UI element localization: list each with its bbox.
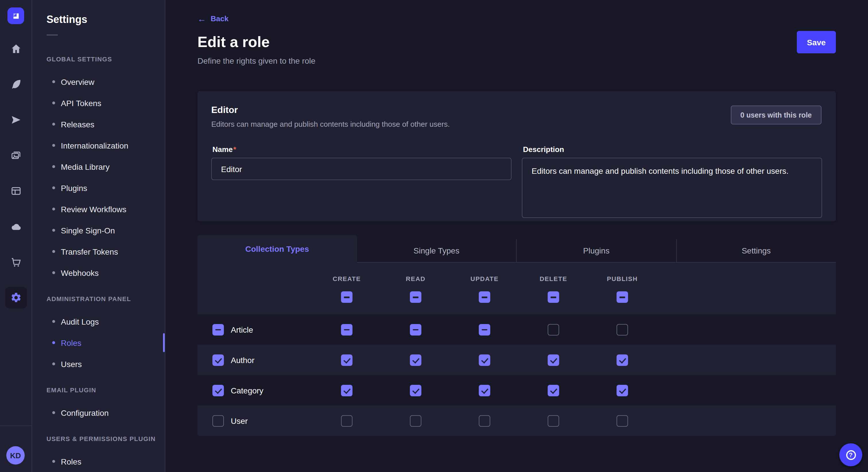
checkbox-unchecked[interactable]: [617, 324, 628, 335]
bullet-icon: [52, 123, 55, 126]
sidebar-item-label: Audit Logs: [61, 317, 99, 326]
bullet-icon: [52, 144, 55, 147]
description-textarea[interactable]: Editors can manage and publish contents …: [522, 158, 822, 218]
checkbox-checked[interactable]: [548, 354, 559, 366]
checkbox-checked[interactable]: [479, 384, 490, 396]
main-content: ← Back Edit a role Define the rights giv…: [165, 0, 868, 472]
tab-collection-types[interactable]: Collection Types: [197, 235, 357, 263]
back-link[interactable]: ← Back: [197, 14, 228, 23]
column-header-update: UPDATE: [450, 275, 519, 282]
required-asterisk: *: [234, 145, 236, 154]
layout-icon[interactable]: [5, 180, 27, 202]
users-with-role-badge[interactable]: 0 users with this role: [731, 105, 822, 125]
sidebar-item-review-workflows[interactable]: Review Workflows: [32, 198, 165, 220]
checkbox-indeterminate[interactable]: [548, 291, 559, 303]
sidebar-item-label: Roles: [61, 457, 82, 466]
sidebar-item-plugins[interactable]: Plugins: [32, 177, 165, 198]
bullet-icon: [52, 363, 55, 365]
checkbox-checked[interactable]: [548, 384, 559, 396]
sidebar-item-label: Roles: [61, 338, 82, 347]
checkbox-indeterminate[interactable]: [617, 291, 628, 303]
save-button[interactable]: Save: [797, 31, 836, 53]
checkbox-indeterminate[interactable]: [410, 324, 422, 335]
cloud-icon[interactable]: [5, 216, 27, 237]
row-label: Category: [231, 386, 264, 395]
sidebar-section-header-administration-panel: ADMINISTRATION PANEL: [46, 295, 165, 303]
sidebar-section-header-email-plugin: EMAIL PLUGIN: [46, 386, 165, 394]
sidebar-item-label: Internationalization: [61, 141, 128, 150]
checkbox-checked[interactable]: [212, 384, 224, 396]
role-details-card: Editor Editors can manage and publish co…: [197, 91, 836, 222]
checkbox-indeterminate[interactable]: [341, 324, 352, 335]
media-library-icon[interactable]: [5, 144, 27, 166]
sidebar-item-internationalization[interactable]: Internationalization: [32, 135, 165, 156]
checkbox-unchecked[interactable]: [212, 415, 224, 427]
checkbox-unchecked[interactable]: [548, 324, 559, 335]
checkbox-indeterminate[interactable]: [212, 324, 224, 335]
sidebar-item-overview[interactable]: Overview: [32, 71, 165, 92]
row-label: Article: [231, 325, 253, 334]
checkbox-indeterminate[interactable]: [479, 291, 490, 303]
sidebar-item-releases[interactable]: Releases: [32, 113, 165, 135]
tab-settings[interactable]: Settings: [676, 239, 836, 263]
sidebar-item-roles[interactable]: Roles: [32, 332, 165, 353]
checkbox-unchecked[interactable]: [548, 415, 559, 427]
checkbox-checked[interactable]: [479, 354, 490, 366]
checkbox-unchecked[interactable]: [341, 415, 352, 427]
rail-icon-list: [0, 38, 32, 308]
name-input[interactable]: [211, 158, 512, 180]
checkbox-unchecked[interactable]: [479, 415, 490, 427]
permission-row-article: Article: [197, 314, 836, 345]
sidebar-item-label: Transfer Tokens: [61, 247, 118, 256]
checkbox-checked[interactable]: [341, 384, 352, 396]
checkbox-indeterminate[interactable]: [479, 324, 490, 335]
bullet-icon: [52, 102, 55, 104]
question-icon: ?: [846, 450, 856, 460]
role-name-heading: Editor: [211, 105, 238, 115]
sidebar-item-label: Review Workflows: [61, 204, 126, 214]
checkbox-indeterminate[interactable]: [410, 291, 422, 303]
checkbox-checked[interactable]: [617, 384, 628, 396]
sidebar-section-header-users-permissions-plugin: USERS & PERMISSIONS PLUGIN: [46, 435, 165, 443]
permissions-header: CREATEREADUPDATEDELETEPUBLISH: [197, 263, 836, 314]
checkbox-checked[interactable]: [341, 354, 352, 366]
role-description-text: Editors can manage and publish contents …: [211, 120, 450, 129]
back-arrow-icon: ←: [197, 15, 206, 22]
tab-plugins[interactable]: Plugins: [516, 239, 676, 263]
user-avatar[interactable]: KD: [6, 446, 25, 465]
sidebar-item-roles[interactable]: Roles: [32, 451, 165, 472]
sidebar-item-api-tokens[interactable]: API Tokens: [32, 92, 165, 113]
checkbox-checked[interactable]: [410, 354, 422, 366]
page-title: Edit a role: [197, 33, 270, 51]
sidebar-item-media-library[interactable]: Media Library: [32, 156, 165, 177]
checkbox-unchecked[interactable]: [617, 415, 628, 427]
help-button[interactable]: ?: [839, 443, 862, 466]
checkbox-checked[interactable]: [410, 384, 422, 396]
settings-gear-icon[interactable]: [5, 287, 27, 308]
sidebar-item-label: Plugins: [61, 183, 87, 193]
rail-divider: [0, 426, 32, 426]
paper-plane-icon[interactable]: [5, 109, 27, 131]
bullet-icon: [52, 165, 55, 168]
sidebar-item-configuration[interactable]: Configuration: [32, 402, 165, 423]
checkbox-checked[interactable]: [617, 354, 628, 366]
sidebar-nav: GLOBAL SETTINGSOverviewAPI TokensRelease…: [32, 43, 165, 472]
home-icon[interactable]: [5, 38, 27, 60]
sidebar-item-single-sign-on[interactable]: Single Sign-On: [32, 220, 165, 241]
tab-single-types[interactable]: Single Types: [357, 239, 516, 263]
checkbox-indeterminate[interactable]: [341, 291, 352, 303]
checkbox-unchecked[interactable]: [410, 415, 422, 427]
strapi-logo[interactable]: [7, 7, 24, 24]
nav-rail: KD: [0, 0, 32, 472]
marketplace-cart-icon[interactable]: [5, 251, 27, 273]
sidebar-item-audit-logs[interactable]: Audit Logs: [32, 311, 165, 332]
sidebar-item-users[interactable]: Users: [32, 353, 165, 374]
permission-row-category: Category: [197, 375, 836, 405]
sidebar-item-label: API Tokens: [61, 98, 101, 107]
back-label: Back: [211, 14, 228, 23]
content-manager-feather-icon[interactable]: [5, 73, 27, 95]
bullet-icon: [52, 80, 55, 83]
sidebar-item-webhooks[interactable]: Webhooks: [32, 262, 165, 283]
checkbox-checked[interactable]: [212, 354, 224, 366]
sidebar-item-transfer-tokens[interactable]: Transfer Tokens: [32, 241, 165, 262]
